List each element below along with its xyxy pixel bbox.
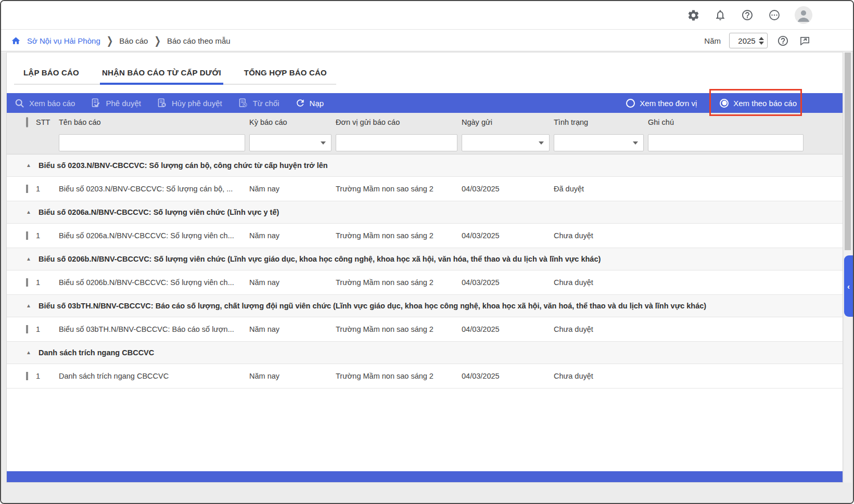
year-label: Năm <box>704 36 721 45</box>
row-stt: 1 <box>29 185 59 193</box>
collapse-arrow-icon[interactable]: ▲ <box>26 163 31 168</box>
group-title: Danh sách trích ngang CBCCVC <box>39 348 164 357</box>
year-value[interactable]: 2025 <box>735 36 759 45</box>
document-reject-icon <box>238 98 249 109</box>
table-filter-row <box>7 132 843 154</box>
row-checkbox[interactable] <box>26 185 28 193</box>
group-row[interactable]: ▲ Biểu số 0206b.N/BNV-CBCCVC: Số lượng v… <box>7 248 843 270</box>
breadcrumb-bar: Sở Nội vụ Hải Phòng ❯ Báo cáo ❯ Báo cáo … <box>1 30 853 51</box>
view-report-button[interactable]: Xem báo cáo <box>14 98 75 109</box>
row-date: 04/03/2025 <box>462 372 554 380</box>
table-row[interactable]: 1 Biểu số 03bTH.N/BNV-CBCCVC: Báo cáo số… <box>7 317 843 342</box>
filter-ghi-chu-input[interactable] <box>648 134 804 151</box>
column-header-stt[interactable]: STT <box>29 118 59 126</box>
column-header-tinh-trang[interactable]: Tình trạng <box>554 118 648 126</box>
select-all-checkbox[interactable] <box>26 117 28 127</box>
group-title: Biểu số 0206a.N/BNV-CBCCVC: Số lượng viê… <box>39 208 289 216</box>
row-unit: Trường Mầm non sao sáng 2 <box>336 278 462 287</box>
scrollbar-thumb[interactable] <box>845 53 851 250</box>
row-unit: Trường Mầm non sao sáng 2 <box>336 325 462 333</box>
year-spinner[interactable]: 2025 <box>729 33 768 48</box>
row-date: 04/03/2025 <box>462 278 554 287</box>
year-spinner-arrows[interactable] <box>759 37 764 45</box>
column-header-ky-bao-cao[interactable]: Kỳ báo cáo <box>249 118 336 126</box>
tab-nhan-bao-cao-tu-cap-duoi[interactable]: NHẬN BÁO CÁO TỪ CẤP DƯỚI <box>100 62 223 84</box>
row-period: Năm nay <box>249 325 336 333</box>
table-row[interactable]: 1 Biểu số 0206b.N/BNV-CBCCVC: Số lượng v… <box>7 270 843 295</box>
collapse-arrow-icon[interactable]: ▲ <box>26 210 31 215</box>
bottom-bar <box>7 471 843 482</box>
column-header-don-vi[interactable]: Đơn vị gửi báo cáo <box>336 118 462 126</box>
chevron-down-icon <box>321 141 326 145</box>
tab-lap-bao-cao[interactable]: LẬP BÁO CÁO <box>21 62 81 84</box>
filter-don-vi-input[interactable] <box>336 134 457 151</box>
filter-ten-bao-cao-input[interactable] <box>59 134 245 151</box>
breadcrumb-item-bao-cao[interactable]: Báo cáo <box>119 36 148 45</box>
radio-unchecked-icon <box>626 99 635 108</box>
filter-ngay-gui-select[interactable] <box>462 134 550 151</box>
row-stt: 1 <box>29 231 59 240</box>
collapse-arrow-icon[interactable]: ▲ <box>26 303 31 308</box>
reload-button[interactable]: Nạp <box>295 98 324 108</box>
document-approve-icon <box>91 98 101 109</box>
group-row[interactable]: ▲ Danh sách trích ngang CBCCVC <box>7 342 843 364</box>
chevron-down-icon <box>539 141 544 145</box>
row-checkbox[interactable] <box>26 325 28 333</box>
breadcrumb-home-link[interactable]: Sở Nội vụ Hải Phòng <box>27 36 100 45</box>
collapse-arrow-icon[interactable]: ▲ <box>26 256 31 262</box>
row-period: Năm nay <box>249 185 336 193</box>
row-period: Năm nay <box>249 278 336 287</box>
table-row[interactable]: 1 Danh sách trích ngang CBCCVC Năm nay T… <box>7 364 843 389</box>
table-body: ▲ Biểu số 0203.N/BNV-CBCCVC: Số lượng cá… <box>7 154 843 389</box>
group-row[interactable]: ▲ Biểu số 03bTH.N/BNV-CBCCVC: Báo cáo số… <box>7 295 843 317</box>
row-checkbox[interactable] <box>26 372 28 380</box>
approve-button[interactable]: Phê duyệt <box>91 98 141 109</box>
row-stt: 1 <box>29 372 59 380</box>
help-icon[interactable] <box>741 8 754 22</box>
row-report-name: Biểu số 0206a.N/BNV-CBCCVC: Số lượng viê… <box>59 231 249 240</box>
row-status: Chưa duyệt <box>554 231 648 240</box>
more-options-icon[interactable] <box>768 8 781 22</box>
group-row[interactable]: ▲ Biểu số 0203.N/BNV-CBCCVC: Số lượng cá… <box>7 154 843 177</box>
row-stt: 1 <box>29 278 59 287</box>
table-row[interactable]: 1 Biểu số 0203.N/BNV-CBCCVC: Số lượng cá… <box>7 177 843 201</box>
radio-checked-icon <box>720 99 729 108</box>
filter-tinh-trang-select[interactable] <box>554 134 644 151</box>
tab-bar: LẬP BÁO CÁO NHẬN BÁO CÁO TỪ CẤP DƯỚI TỔN… <box>14 62 336 85</box>
table-row[interactable]: 1 Biểu số 0206a.N/BNV-CBCCVC: Số lượng v… <box>7 224 843 248</box>
cancel-approve-button[interactable]: Hủy phê duyệt <box>157 98 222 109</box>
row-report-name: Danh sách trích ngang CBCCVC <box>59 372 249 380</box>
column-header-ghi-chu[interactable]: Ghi chú <box>648 118 843 126</box>
collapse-arrow-icon[interactable]: ▲ <box>26 350 31 355</box>
reject-button[interactable]: Từ chối <box>238 98 279 109</box>
column-header-ngay-gui[interactable]: Ngày gửi <box>462 118 554 126</box>
group-title: Biểu số 0206b.N/BNV-CBCCVC: Số lượng viê… <box>39 255 611 263</box>
refresh-icon <box>295 98 305 108</box>
row-checkbox[interactable] <box>26 278 28 287</box>
view-by-report-radio[interactable]: Xem theo báo cáo <box>720 99 797 108</box>
row-period: Năm nay <box>249 231 336 240</box>
main-panel: LẬP BÁO CÁO NHẬN BÁO CÁO TỪ CẤP DƯỚI TỔN… <box>6 52 843 483</box>
feedback-chat-icon[interactable] <box>798 34 811 47</box>
row-status: Chưa duyệt <box>554 278 648 287</box>
breadcrumb-separator-icon: ❯ <box>154 34 161 47</box>
collapse-panel-tab[interactable]: ‹ <box>844 255 853 317</box>
filter-ky-bao-cao-select[interactable] <box>249 134 332 151</box>
group-row[interactable]: ▲ Biểu số 0206a.N/BNV-CBCCVC: Số lượng v… <box>7 201 843 224</box>
breadcrumb-item-bao-cao-theo-mau: Báo cáo theo mẫu <box>167 36 231 45</box>
row-checkbox[interactable] <box>26 231 28 240</box>
top-bar <box>1 1 853 30</box>
row-date: 04/03/2025 <box>462 185 554 193</box>
notifications-icon[interactable] <box>713 8 727 22</box>
help-circle-icon[interactable] <box>776 34 789 47</box>
row-report-name: Biểu số 03bTH.N/BNV-CBCCVC: Báo cáo số l… <box>59 325 249 333</box>
tab-tong-hop-bao-cao[interactable]: TỔNG HỢP BÁO CÁO <box>242 62 329 84</box>
user-avatar[interactable] <box>795 6 812 24</box>
home-icon[interactable] <box>10 35 21 46</box>
row-report-name: Biểu số 0203.N/BNV-CBCCVC: Số lượng cán … <box>59 185 249 193</box>
column-header-ten-bao-cao[interactable]: Tên báo cáo <box>59 118 249 126</box>
document-cancel-approve-icon <box>157 98 168 109</box>
settings-icon[interactable] <box>686 8 700 22</box>
row-stt: 1 <box>29 325 59 333</box>
view-by-unit-radio[interactable]: Xem theo đơn vị <box>626 99 697 108</box>
